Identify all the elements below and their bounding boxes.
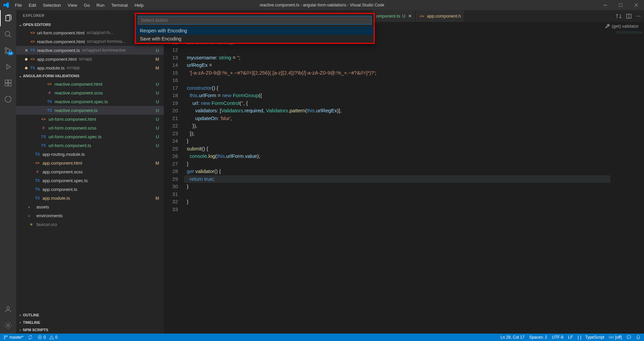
tree-item[interactable]: <>reactive.component.htmlU <box>16 80 164 88</box>
status-problems[interactable]: 0 0 <box>37 335 57 340</box>
menu-selection[interactable]: Selection <box>40 1 64 9</box>
split-icon[interactable] <box>626 13 632 19</box>
menu-go[interactable]: Go <box>81 1 93 9</box>
minimize-button[interactable] <box>597 0 613 10</box>
svg-point-3 <box>5 48 7 50</box>
tree-item[interactable]: #app.component.scss <box>16 167 164 176</box>
html-icon: <> <box>30 31 36 35</box>
minimap[interactable] <box>610 30 644 334</box>
svg-rect-9 <box>8 80 11 83</box>
activity-debug[interactable] <box>0 59 16 75</box>
npm-scripts-header[interactable]: ›NPM SCRIPTS <box>16 326 164 334</box>
html-icon: <> <box>419 14 425 18</box>
ts-icon: TS <box>34 178 40 182</box>
menu-help[interactable]: Help <box>131 1 147 9</box>
tab-reactive-component-ts[interactable]: omponent.ts U ✕ <box>373 10 416 22</box>
ts-icon: TS <box>40 135 47 139</box>
ts-icon: TS <box>30 48 36 52</box>
status-golive[interactable]: [off] <box>609 335 622 340</box>
html-icon: <> <box>40 117 47 121</box>
outline-header[interactable]: ›OUTLINE <box>16 311 164 319</box>
quick-input-field[interactable] <box>138 16 372 25</box>
ts-icon: TS <box>40 143 47 147</box>
svg-point-10 <box>5 96 11 102</box>
activity-remote[interactable] <box>0 91 16 107</box>
more-icon[interactable]: ⋯ <box>636 13 641 19</box>
menu-run[interactable]: Run <box>93 1 108 9</box>
modified-dot-icon: ● <box>23 64 30 72</box>
tree-item[interactable]: #reactive.component.scssU <box>16 88 164 97</box>
sidebar: EXPLORER ⌄OPEN EDITORS <>url-form.compon… <box>16 10 164 334</box>
tree-item[interactable]: ★favicon.ico <box>16 220 164 229</box>
status-ln-col[interactable]: Ln 29, Col 17 <box>500 335 524 340</box>
timeline-header[interactable]: ›TIMELINE <box>16 319 164 326</box>
svg-point-18 <box>611 336 612 338</box>
code-editor[interactable]: 1011121314151617181920212223242526272829… <box>164 30 644 334</box>
compare-icon[interactable] <box>616 13 621 19</box>
activitybar: 14 <box>0 10 16 334</box>
svg-rect-6 <box>5 80 8 83</box>
tab-actions: ⋯ <box>613 10 644 22</box>
quick-input-item[interactable]: Reopen with Encoding <box>136 27 374 35</box>
scm-badge: 14 <box>7 51 13 55</box>
ts-icon: TS <box>30 66 36 70</box>
titlebar: FileEditSelectionViewGoRunTerminalHelp r… <box>0 0 644 10</box>
tab-app-component-html[interactable]: <> app.component.h <box>416 10 464 22</box>
quick-input: Reopen with EncodingSave with Encoding <box>135 13 375 44</box>
activity-scm[interactable]: 14 <box>0 42 16 59</box>
svg-rect-0 <box>604 5 607 5</box>
open-editor-item[interactable]: ●TSapp.module.tssrc\appM <box>16 63 164 72</box>
wrench-icon <box>605 24 610 28</box>
ts-icon: TS <box>47 100 53 104</box>
html-icon: <> <box>47 82 53 86</box>
tree-item[interactable]: #url-form.component.scssU <box>16 123 164 132</box>
open-editor-item[interactable]: ✕TSreactive.component.tssrc\app\url-form… <box>16 46 164 55</box>
activity-search[interactable] <box>0 26 16 42</box>
tree-item[interactable]: TSreactive.component.spec.tsU <box>16 97 164 106</box>
tree-item[interactable]: <>url-form.component.htmlU <box>16 115 164 123</box>
status-spaces[interactable]: Spaces: 2 <box>529 335 547 340</box>
svg-rect-1 <box>619 3 622 7</box>
tree-item[interactable]: ›environments <box>16 211 164 220</box>
status-eol[interactable]: LF <box>568 335 573 340</box>
activity-settings[interactable] <box>0 317 16 334</box>
status-language[interactable]: { } TypeScript <box>578 335 604 340</box>
tree-item[interactable]: TSapp.component.ts <box>16 185 164 194</box>
project-header[interactable]: ⌄ANGULAR-FORM-VALIDATIONS <box>16 72 164 80</box>
menu-view[interactable]: View <box>65 1 80 9</box>
activity-explorer[interactable] <box>0 10 16 26</box>
tree-item[interactable]: TSurl-form.component.tsU <box>16 141 164 150</box>
tree-item[interactable]: <>app.component.htmlM <box>16 159 164 167</box>
svg-point-4 <box>5 52 7 54</box>
ts-icon: TS <box>47 108 53 112</box>
close-icon[interactable]: ✕ <box>408 13 412 19</box>
open-editor-item[interactable]: ●<>app.component.htmlsrc\appM <box>16 55 164 63</box>
status-encoding[interactable]: UTF-8 <box>552 335 563 340</box>
status-sync[interactable] <box>28 335 33 340</box>
tree-item[interactable]: TSapp-routing.module.ts <box>16 150 164 159</box>
status-bell[interactable] <box>636 335 641 340</box>
scss-icon: # <box>47 91 53 95</box>
tree-item[interactable]: TSurl-form.component.spec.tsU <box>16 132 164 141</box>
scss-icon: # <box>34 170 40 174</box>
tree-item[interactable]: TSapp.component.spec.ts <box>16 176 164 185</box>
status-feedback[interactable] <box>626 335 631 340</box>
menu-edit[interactable]: Edit <box>26 1 39 9</box>
svg-point-12 <box>7 324 9 326</box>
main-menu: FileEditSelectionViewGoRunTerminalHelp <box>12 1 147 9</box>
scss-icon: # <box>40 126 47 130</box>
close-window-button[interactable] <box>628 0 644 10</box>
status-branch[interactable]: master* <box>3 335 23 340</box>
vscode-icon <box>0 2 12 8</box>
close-icon[interactable]: ✕ <box>23 48 30 53</box>
tree-item[interactable]: TSreactive.component.tsU <box>16 106 164 115</box>
activity-extensions[interactable] <box>0 75 16 91</box>
menu-terminal[interactable]: Terminal <box>108 1 131 9</box>
quick-input-item[interactable]: Save with Encoding <box>136 35 374 43</box>
activity-account[interactable] <box>0 301 16 317</box>
svg-point-2 <box>5 31 10 36</box>
maximize-button[interactable] <box>613 0 628 10</box>
menu-file[interactable]: File <box>12 1 25 9</box>
tree-item[interactable]: ›assets <box>16 202 164 211</box>
tree-item[interactable]: TSapp.module.tsM <box>16 194 164 202</box>
